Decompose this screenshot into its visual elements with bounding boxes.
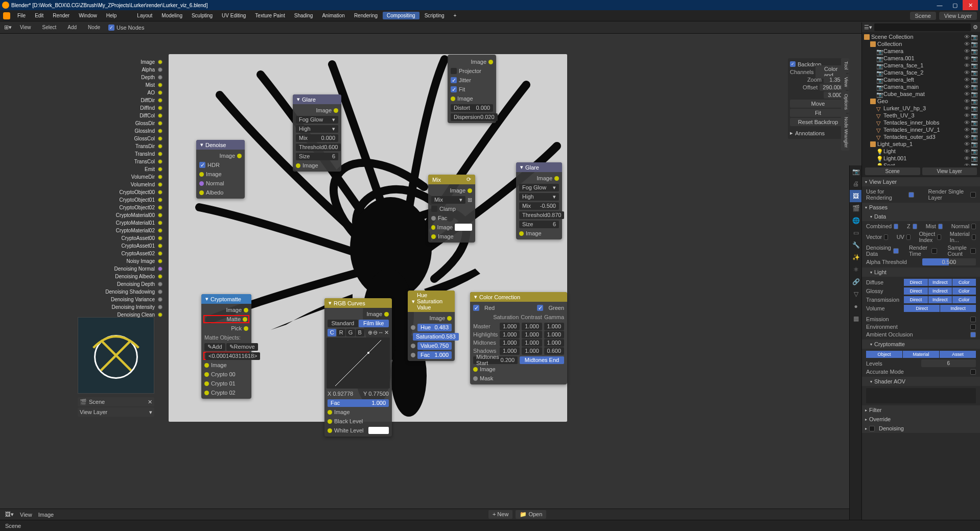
cryptomatte-matte-output[interactable]: Matte	[203, 315, 249, 323]
render-output-socket[interactable]: TransDir	[77, 142, 162, 150]
panel-viewlayer[interactable]: View Layer	[862, 177, 980, 186]
render-output-socket[interactable]: Mist	[77, 81, 162, 88]
workspace-layout[interactable]: Layout	[133, 12, 156, 19]
outliner-item[interactable]: 📷Camera_face_2👁📷	[864, 69, 978, 76]
node-color-correction[interactable]: ▾Color Correction ✓Red ✓Green Saturation…	[470, 292, 567, 384]
render-output-socket[interactable]: VolumeDir	[77, 173, 162, 180]
tab-constraints[interactable]: 🔗	[850, 276, 862, 288]
render-output-socket[interactable]: CryptoObject01	[77, 196, 162, 203]
workspace-uv[interactable]: UV Editing	[218, 12, 250, 19]
render-output-socket[interactable]: AO	[77, 89, 162, 96]
outliner-item[interactable]: 📷Camera👁📷	[864, 47, 978, 55]
rl-layer-field[interactable]: View Layer▾	[78, 407, 154, 417]
menu-window[interactable]: Window	[75, 12, 101, 19]
outliner-item[interactable]: 💡Light👁📷	[864, 148, 978, 155]
tab-particles[interactable]: ✨	[850, 251, 862, 263]
footer-image[interactable]: Image	[38, 512, 54, 518]
workspace-shading[interactable]: Shading	[290, 12, 317, 19]
scene-selector[interactable]: Scene	[910, 12, 936, 20]
compositor-node-area[interactable]: ImageAlphaDepthMistAODiffDirDiffIndDiffC…	[0, 34, 980, 520]
tab-physics[interactable]: ⚛	[850, 263, 862, 276]
panel-shader-aov[interactable]: Shader AOV	[862, 377, 980, 386]
outliner-search[interactable]	[874, 23, 971, 31]
node-mix[interactable]: Mix⟳ Image Mix▾⊞ Clamp Fac Image Image	[428, 175, 475, 243]
outliner-item[interactable]: ▽Tentacles_inner_blobs👁📷	[864, 119, 978, 126]
workspace-rendering[interactable]: Rendering	[350, 12, 382, 19]
render-output-socket[interactable]: CryptoAsset02	[77, 250, 162, 257]
node-hsv[interactable]: ▾Hue Saturation Value Image Hue0.483 Sat…	[408, 291, 455, 361]
render-output-socket[interactable]: CryptoMaterial01	[77, 219, 162, 226]
use-rendering-check[interactable]	[908, 192, 914, 198]
outliner-item[interactable]: ▽Lurker_UV_hp_3👁📷	[864, 105, 978, 112]
tab-options[interactable]: Options	[841, 91, 849, 113]
outliner-item[interactable]: Scene Collection👁📷	[864, 33, 978, 40]
tab-world[interactable]: 🌐	[850, 214, 862, 227]
use-nodes-toggle[interactable]: ✓ Use Nodes	[108, 25, 144, 31]
editor-type-icon[interactable]: ⊞▾	[4, 24, 12, 31]
menu-help[interactable]: Help	[102, 12, 121, 19]
backdrop-move-button[interactable]: Move	[790, 100, 846, 108]
render-output-socket[interactable]: VolumeInd	[77, 181, 162, 188]
editor-type-icon[interactable]: 🖼▾	[5, 511, 14, 518]
render-output-socket[interactable]: TransInd	[77, 150, 162, 157]
backdrop-reset-button[interactable]: Reset Backdrop	[790, 118, 846, 126]
tab-scene[interactable]: 🎬	[850, 202, 862, 214]
render-output-socket[interactable]: Emit	[77, 165, 162, 173]
curve-tool-icon[interactable]: ⊖	[373, 329, 378, 336]
outliner-item[interactable]: ▽Teeth_UV_3👁📷	[864, 112, 978, 119]
render-output-socket[interactable]: CryptoObject02	[77, 204, 162, 211]
tab-tool[interactable]: Tool	[841, 58, 849, 73]
tab-modifiers[interactable]: 🔧	[850, 239, 862, 251]
crypto-tabs[interactable]: Object Material Asset	[866, 351, 976, 358]
tab-view[interactable]: View	[841, 74, 849, 90]
panel-data[interactable]: Data	[862, 212, 980, 221]
render-output-socket[interactable]: Denoising Shadowing	[77, 288, 162, 295]
outliner-item[interactable]: Light_setup_1👁📷	[864, 140, 978, 148]
panel-override[interactable]: Override	[862, 415, 980, 424]
render-output-socket[interactable]: Depth	[77, 74, 162, 81]
render-output-socket[interactable]: Denoising Variance	[77, 296, 162, 303]
footer-view[interactable]: View	[20, 512, 32, 518]
tab-viewlayer[interactable]: 🖼	[850, 190, 862, 202]
outliner-item[interactable]: 💡Spot👁📷	[864, 162, 978, 165]
tab-data[interactable]: ▽	[850, 288, 862, 300]
render-output-socket[interactable]: Denoising Clean	[77, 311, 162, 318]
render-output-socket[interactable]: Image	[77, 58, 162, 65]
outliner-item[interactable]: 📷Camera_face_1👁📷	[864, 62, 978, 69]
tab-render[interactable]: 📷	[850, 165, 862, 178]
workspace-sculpting[interactable]: Sculpting	[188, 12, 217, 19]
curve-editor[interactable]	[326, 337, 390, 389]
render-output-socket[interactable]: Denoising Normal	[77, 265, 162, 272]
levels-field[interactable]: 6	[921, 359, 976, 367]
tab-node-wrangler[interactable]: Node Wrangler	[841, 114, 849, 151]
render-output-socket[interactable]: GlossDir	[77, 119, 162, 127]
render-output-socket[interactable]: DiffCol	[77, 112, 162, 119]
workspace-modeling[interactable]: Modeling	[157, 12, 186, 19]
menu-file[interactable]: File	[13, 12, 30, 19]
workspace-texpaint[interactable]: Texture Paint	[251, 12, 289, 19]
panel-denoising[interactable]: Denoising	[862, 424, 980, 433]
panel-filter[interactable]: Filter	[862, 405, 980, 415]
outliner-item[interactable]: Collection👁📷	[864, 40, 978, 47]
outliner-item[interactable]: 📷Camera_main👁📷	[864, 83, 978, 90]
hdr-add[interactable]: Add	[64, 23, 80, 31]
alpha-threshold-slider[interactable]: 0.500	[922, 258, 976, 266]
panel-cryptomatte[interactable]: Cryptomatte	[862, 340, 980, 349]
cryptomatte-id-field[interactable]: <0.000140311618>	[203, 352, 249, 360]
outliner-item[interactable]: 💡Light.001👁📷	[864, 155, 978, 162]
render-output-socket[interactable]: Noisy Image	[77, 257, 162, 264]
tab-material[interactable]: ●	[850, 300, 862, 312]
render-output-socket[interactable]: Denoising Intensity	[77, 303, 162, 310]
hdr-node[interactable]: Node	[85, 23, 103, 31]
close-button[interactable]: ✕	[963, 0, 978, 10]
outliner-item[interactable]: 📷Camera.001👁📷	[864, 55, 978, 62]
render-output-socket[interactable]: GlossCol	[77, 135, 162, 142]
panel-light[interactable]: Light	[862, 268, 980, 277]
node-lens-distortion[interactable]: Image Projector ✓Jitter ✓Fit Image Disto…	[448, 55, 496, 123]
filter-icon[interactable]: ⚙	[973, 24, 978, 31]
curve-tool-icon[interactable]: ✕	[384, 329, 389, 336]
maximize-button[interactable]: ▢	[947, 0, 963, 10]
render-output-socket[interactable]: GlossInd	[77, 127, 162, 134]
open-button[interactable]: 📁 Open	[516, 510, 546, 519]
node-rgb-curves[interactable]: ▾RGB Curves Image Standard Film like C R…	[324, 298, 392, 437]
